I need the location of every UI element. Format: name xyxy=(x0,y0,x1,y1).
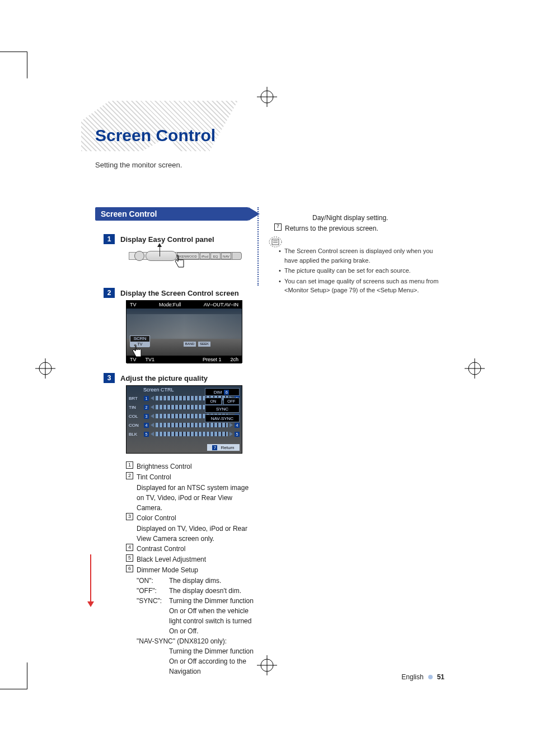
return-button: 7Return xyxy=(207,444,240,451)
note-icon xyxy=(269,236,282,248)
page-footer: English51 xyxy=(401,673,444,681)
screenshot-picture-quality: Screen CTRL BRT11 TIN22 COL33 CON44 BLK5… xyxy=(126,385,242,454)
column-divider xyxy=(257,207,259,286)
crop-mark xyxy=(27,52,27,78)
bottom-preset: Preset 1 xyxy=(203,357,222,362)
registration-mark-bottom xyxy=(257,655,277,675)
step-label: Display Easy Control panel xyxy=(120,235,214,244)
crop-mark xyxy=(0,689,27,689)
band-button: BAND xyxy=(184,342,196,347)
dim-off: OFF xyxy=(223,398,240,405)
registration-mark-right xyxy=(465,358,485,379)
nav-button: NAV xyxy=(221,253,231,259)
status-mode: Mode:Full xyxy=(159,302,181,307)
svg-point-12 xyxy=(269,237,282,247)
flow-arrow xyxy=(90,554,91,601)
ipod-button: iPod xyxy=(200,253,210,259)
crop-mark xyxy=(27,662,27,689)
hand-pointer-icon xyxy=(174,255,186,269)
right-column: Day/Night display setting. 7Returns to t… xyxy=(274,213,437,234)
section-tab: Screen Control xyxy=(95,207,249,221)
flow-arrow-head xyxy=(87,601,94,607)
dim-navsync: NAV-SYNC xyxy=(205,414,240,422)
step-number: 2 xyxy=(104,288,115,298)
step-3: 3 Adjust the picture quality xyxy=(104,373,208,383)
svg-rect-13 xyxy=(272,239,279,245)
step-label: Adjust the picture quality xyxy=(120,374,208,382)
page-title: Screen Control xyxy=(95,126,216,145)
hand-pointer-icon xyxy=(131,344,143,359)
screenshot-screen-control: TV Mode:Full AV–OUT:AV–IN SCRN TV BAND S… xyxy=(126,300,242,363)
step-2: 2 Display the Screen Control screen xyxy=(104,288,239,298)
status-avout: AV–OUT:AV–IN xyxy=(204,302,238,307)
registration-mark-left xyxy=(35,358,55,379)
eq-button: EQ xyxy=(210,253,221,259)
bottom-tv1: TV1 xyxy=(146,357,155,362)
dim-on: ON xyxy=(205,398,222,405)
registration-mark-top xyxy=(257,87,277,107)
dim-sync: SYNC xyxy=(205,405,240,413)
callout-line xyxy=(160,246,160,256)
crop-mark xyxy=(0,52,27,52)
step-label: Display the Screen Control screen xyxy=(120,289,239,297)
step-number: 1 xyxy=(104,234,115,244)
page-subtitle: Setting the monitor screen. xyxy=(95,161,182,169)
legend-list: 1Brightness Control 2Tint Control Displa… xyxy=(126,461,255,676)
step-number: 3 xyxy=(104,373,115,383)
callout-arrow xyxy=(157,243,162,247)
seek-button: SEEK xyxy=(198,342,210,347)
dim-label: DIM6 xyxy=(205,388,240,396)
bottom-ch: 2ch xyxy=(230,357,238,362)
notes-list: The Screen Control screen is displayed o… xyxy=(279,246,442,296)
status-tv: TV xyxy=(130,302,137,307)
